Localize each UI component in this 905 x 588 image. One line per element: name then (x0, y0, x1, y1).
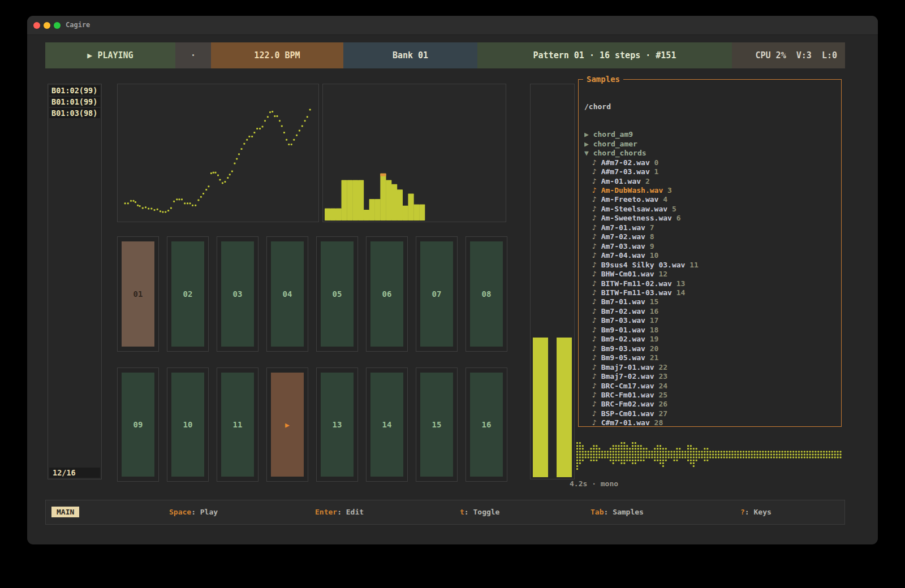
sample-file-19[interactable]: ♪ Bm9-02.wav 19 (584, 335, 839, 344)
zoom-window-button[interactable] (54, 22, 61, 29)
sample-file-26[interactable]: ♪ BRC-Fm02.wav 26 (584, 400, 839, 409)
waveform-dot (598, 457, 600, 459)
sample-file-20[interactable]: ♪ Bm9-03.wav 20 (584, 344, 839, 353)
waveform-dot (826, 457, 828, 459)
close-window-button[interactable] (33, 22, 40, 29)
sample-file-16[interactable]: ♪ Bm7-02.wav 16 (584, 307, 839, 316)
folder-chord_am9[interactable]: ▶ chord_am9 (584, 130, 839, 139)
waveform-dot (648, 451, 650, 452)
waveform-dot (613, 454, 614, 456)
waveform-dot (629, 454, 631, 456)
sample-file-3[interactable]: ♪ Am-DubWash.wav 3 (584, 186, 839, 195)
minimize-window-button[interactable] (44, 22, 50, 29)
waveform-dot (660, 462, 661, 464)
hint-samples: Tab: Samples (591, 508, 644, 516)
sample-file-0[interactable]: ♪ A#m7-02.wav 0 (584, 158, 839, 167)
sample-file-23[interactable]: ♪ Bmaj7-02.wav 23 (584, 372, 839, 381)
sample-file-27[interactable]: ♪ BSP-Cm01.wav 27 (584, 409, 839, 418)
sample-file-7[interactable]: ♪ Am7-01.wav 7 (584, 223, 839, 232)
histogram-bar-cap (380, 174, 386, 176)
sample-file-14[interactable]: ♪ BITW-Fm11-03.wav 14 (584, 288, 839, 297)
waveform-dot (837, 454, 839, 456)
scatter-point (215, 172, 217, 174)
sample-file-11[interactable]: ♪ B9sus4 Silky 03.wav 11 (584, 261, 839, 270)
waveform-dot (579, 442, 581, 444)
pad-11[interactable]: 11 (217, 368, 258, 482)
sample-file-21[interactable]: ♪ Bm9-05.wav 21 (584, 353, 839, 362)
sample-file-8[interactable]: ♪ Am7-02.wav 8 (584, 232, 839, 241)
pad-04[interactable]: 04 (266, 236, 308, 352)
waveform-dot (834, 454, 836, 456)
pad-12[interactable]: ▶ (266, 368, 308, 482)
waveform-dot (593, 454, 594, 456)
pad-08[interactable]: 08 (466, 236, 507, 352)
scatter-point (231, 170, 233, 172)
sample-file-9[interactable]: ♪ Am7-03.wav 9 (584, 242, 839, 251)
pad-06[interactable]: 06 (366, 236, 408, 352)
pad-03[interactable]: 03 (217, 236, 258, 352)
pad-label: 06 (382, 289, 392, 299)
sample-file-name: Bmaj7-02.wav (601, 372, 659, 381)
waveform-dot (765, 457, 766, 459)
sample-file-12[interactable]: ♪ BHW-Cm01.wav 12 (584, 270, 839, 279)
samples-list[interactable]: /chord ▶ chord_am9▶ chord_amer▼ chord_ch… (584, 84, 839, 425)
waveform-dot (646, 454, 648, 456)
folder-chord_chords[interactable]: ▼ chord_chords (584, 149, 839, 158)
pad-14[interactable]: 14 (366, 368, 408, 482)
pad-01[interactable]: 01 (117, 236, 159, 352)
waveform-dot (820, 457, 822, 459)
waveform-dot (787, 454, 788, 456)
sample-file-index: 25 (658, 391, 667, 399)
pad-label: 08 (482, 289, 492, 299)
waveform-dot (804, 451, 805, 452)
sample-file-18[interactable]: ♪ Bm9-01.wav 18 (584, 326, 839, 335)
scatter-point (202, 193, 204, 194)
histogram-bar (358, 180, 364, 220)
folder-chord_amer[interactable]: ▶ chord_amer (584, 140, 839, 149)
sample-file-28[interactable]: ♪ C#m7-01.wav 28 (584, 418, 839, 425)
waveform-dot (679, 448, 680, 449)
pad-13[interactable]: 13 (316, 368, 358, 482)
sample-file-24[interactable]: ♪ BRC-Cm17.wav 24 (584, 382, 839, 391)
waveform-dot (840, 454, 842, 456)
histogram-bar (408, 193, 413, 220)
waveform-dot (734, 457, 736, 459)
sample-file-25[interactable]: ♪ BRC-Fm01.wav 25 (584, 391, 839, 400)
pad-09[interactable]: 09 (117, 368, 159, 482)
waveform-dot (762, 451, 764, 452)
sample-file-5[interactable]: ♪ Am-Steelsaw.wav 5 (584, 205, 839, 214)
waveform-dot (671, 454, 673, 456)
waveform-dot (709, 457, 711, 459)
pad-16[interactable]: 16 (466, 368, 507, 482)
pad-label: 04 (283, 289, 292, 299)
chevron-right-icon: ▶ (584, 140, 593, 148)
pad-02[interactable]: 02 (167, 236, 209, 352)
pad-05[interactable]: 05 (316, 236, 358, 352)
pad-10[interactable]: 10 (167, 368, 209, 482)
waveform-dot (759, 451, 761, 452)
waveform-dot (610, 457, 611, 459)
sample-file-name: Bm9-05.wav (601, 353, 650, 362)
sample-file-17[interactable]: ♪ Bm7-03.wav 17 (584, 316, 839, 325)
pad-07[interactable]: 07 (416, 236, 458, 352)
histogram-bar (413, 204, 419, 220)
sample-file-4[interactable]: ♪ Am-Freeto.wav 4 (584, 195, 839, 204)
window-title: Cagire (66, 21, 90, 29)
sample-file-2[interactable]: ♪ Am-01.wav 2 (584, 177, 839, 186)
waveform-dot (662, 457, 664, 459)
waveform-dot (765, 451, 766, 452)
sample-file-15[interactable]: ♪ Bm7-01.wav 15 (584, 297, 839, 306)
sample-file-1[interactable]: ♪ A#m7-03.wav 1 (584, 167, 839, 176)
waveform-dot (613, 451, 614, 452)
sample-file-13[interactable]: ♪ BITW-Fm11-02.wav 13 (584, 279, 839, 288)
hint-toggle: t: Toggle (460, 508, 499, 516)
waveform-dot (640, 445, 642, 447)
sample-file-6[interactable]: ♪ Am-Sweetness.wav 6 (584, 214, 839, 223)
pad-15[interactable]: 15 (416, 368, 458, 482)
waveform-dot (646, 448, 648, 449)
waveform-dot (576, 448, 578, 449)
sample-file-22[interactable]: ♪ Bmaj7-01.wav 22 (584, 363, 839, 372)
sample-file-10[interactable]: ♪ Am7-04.wav 10 (584, 251, 839, 260)
waveform-dot (787, 457, 788, 459)
scatter-point (293, 139, 295, 141)
